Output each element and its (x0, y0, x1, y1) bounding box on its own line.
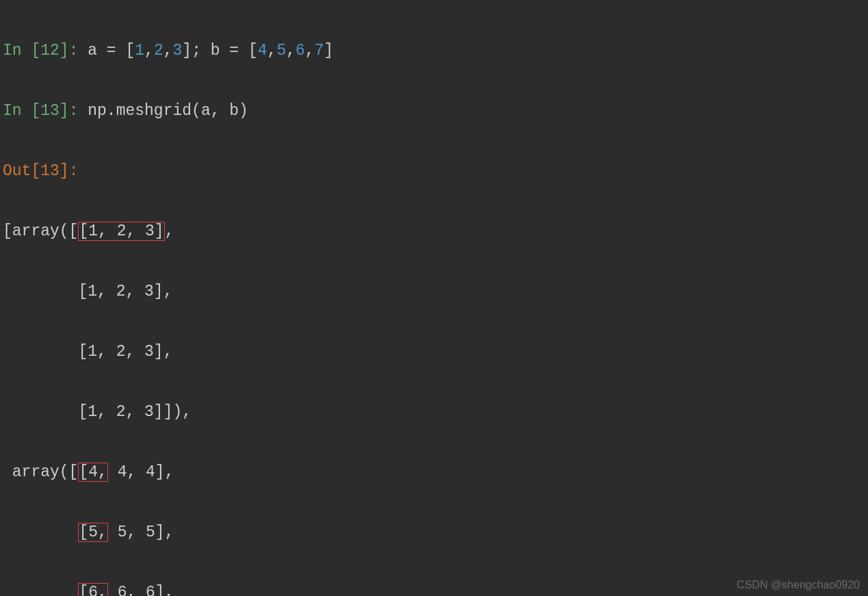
comma: , (305, 42, 315, 60)
watermark-text: CSDN @shengchao0920 (737, 578, 860, 592)
highlight-box: [1, 2, 3] (78, 222, 164, 241)
highlight-box: [6, (78, 583, 107, 596)
comma: , (144, 42, 154, 60)
code-text: ] (324, 42, 333, 60)
cell-in-12: In [12]: a = [1,2,3]; b = [4,5,6,7] (3, 36, 868, 66)
highlight-box: [5, (78, 523, 107, 542)
number-literal: 7 (315, 42, 324, 60)
out13-line6: [5, 5, 5], (3, 517, 868, 547)
code-text: np.meshgrid(a, b) (88, 102, 248, 120)
in-prompt: In [13]: (3, 102, 88, 120)
highlight-box: [4, (78, 463, 107, 482)
code-text: ]; b = [ (182, 42, 257, 60)
number-literal: 4 (258, 42, 267, 60)
number-literal: 1 (135, 42, 144, 60)
comma: , (286, 42, 295, 60)
comma: , (163, 42, 173, 60)
out13-line2: [1, 2, 3], (3, 276, 868, 307)
number-literal: 5 (276, 42, 286, 60)
cell-in-13: In [13]: np.meshgrid(a, b) (3, 96, 868, 126)
out-prompt-13: Out[13]: (3, 156, 868, 186)
comma: , (267, 42, 277, 60)
in-prompt: In [12]: (3, 42, 88, 60)
number-literal: 2 (154, 42, 163, 60)
ipython-console[interactable]: In [12]: a = [1,2,3]; b = [4,5,6,7] In [… (0, 0, 868, 596)
number-literal: 6 (295, 42, 305, 60)
out13-line1: [array([[1, 2, 3], (3, 216, 868, 246)
out13-line3: [1, 2, 3], (3, 337, 868, 367)
out13-line4: [1, 2, 3]]), (3, 397, 868, 427)
out13-line5: array([[4, 4, 4], (3, 457, 868, 487)
number-literal: 3 (173, 42, 183, 60)
code-text: a = [ (88, 42, 135, 60)
